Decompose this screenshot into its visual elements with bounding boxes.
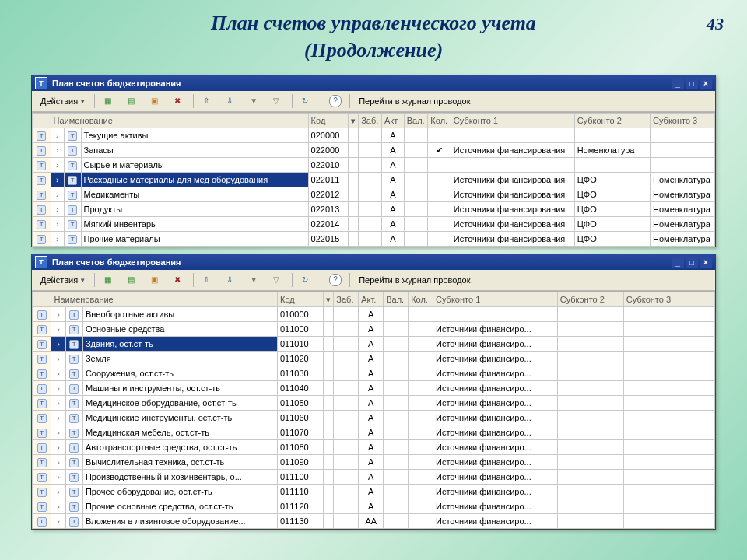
edit-icon[interactable]: ▣ — [145, 271, 167, 289]
table-row[interactable]: T›TМягкий инвентарь022014АИсточники фина… — [33, 217, 715, 232]
col-sub3[interactable]: Субконто 3 — [623, 292, 714, 307]
add-copy-icon[interactable]: ▤ — [121, 271, 143, 289]
minimize-button[interactable]: _ — [672, 257, 684, 268]
refresh-icon[interactable]: ↻ — [296, 271, 317, 289]
filter-icon[interactable]: ▼ — [244, 271, 265, 289]
titlebar[interactable]: T План счетов бюджетирования _ □ × — [32, 254, 715, 270]
expand-arrow-icon[interactable]: › — [51, 470, 65, 485]
titlebar[interactable]: T План счетов бюджетирования _ □ × — [32, 75, 715, 91]
tree-down-icon[interactable]: ⇩ — [220, 93, 242, 110]
col-val[interactable]: Вал. — [404, 114, 428, 128]
edit-icon[interactable]: ▣ — [145, 93, 167, 110]
table-row[interactable]: T›TВнеоборотные активы010000А — [33, 307, 715, 322]
expand-arrow-icon[interactable]: › — [51, 381, 65, 396]
help-button[interactable]: ? — [324, 93, 346, 110]
help-button[interactable]: ? — [324, 271, 346, 289]
expand-arrow-icon[interactable]: › — [51, 366, 65, 381]
table-row[interactable]: T›TМедицинская мебель, ост.ст-ть011070АИ… — [33, 425, 715, 440]
add-copy-icon[interactable]: ▤ — [121, 93, 143, 110]
expand-arrow-icon[interactable]: › — [51, 396, 65, 411]
table-row[interactable]: T›TПрочие основные средства, ост.ст-ть01… — [33, 499, 715, 514]
expand-arrow-icon[interactable]: › — [51, 187, 64, 202]
actions-menu[interactable]: Действия▼ — [35, 271, 91, 289]
actions-menu[interactable]: Действия▼ — [35, 93, 91, 110]
col-name[interactable]: Наименование — [51, 114, 308, 128]
clear-filter-icon[interactable]: ▽ — [267, 93, 289, 110]
expand-arrow-icon[interactable]: › — [51, 337, 65, 352]
tree-down-icon[interactable]: ⇩ — [220, 271, 242, 289]
col-name[interactable]: Наименование — [51, 292, 278, 307]
col-blank[interactable] — [33, 292, 51, 307]
col-sub1[interactable]: Субконто 1 — [451, 114, 574, 128]
expand-arrow-icon[interactable]: › — [51, 307, 65, 322]
table-row[interactable]: T›TТекущие активы020000А — [33, 128, 715, 143]
table-row[interactable]: T›TОсновные средства011000АИсточники фин… — [33, 322, 715, 337]
delete-icon[interactable]: ✖ — [168, 271, 190, 289]
close-button[interactable]: × — [700, 257, 712, 268]
add-icon[interactable]: ▦ — [98, 93, 120, 110]
col-val[interactable]: Вал. — [384, 292, 409, 307]
expand-arrow-icon[interactable]: › — [51, 173, 64, 187]
table-row[interactable]: T›TМедикаменты022012АИсточники финансиро… — [33, 187, 715, 202]
col-sub2[interactable]: Субконто 2 — [557, 292, 623, 307]
maximize-button[interactable]: □ — [686, 78, 698, 89]
col-kol[interactable]: Кол. — [428, 114, 451, 128]
col-kol[interactable]: Кол. — [409, 292, 433, 307]
clear-filter-icon[interactable]: ▽ — [267, 271, 289, 289]
table-row[interactable]: T›TМедицинское оборудование, ост.ст-ть01… — [33, 396, 715, 411]
close-button[interactable]: × — [700, 78, 712, 89]
expand-arrow-icon[interactable]: › — [51, 425, 65, 440]
expand-arrow-icon[interactable]: › — [51, 352, 65, 366]
add-icon[interactable]: ▦ — [98, 271, 120, 289]
tree-up-icon[interactable]: ⇧ — [197, 271, 219, 289]
expand-arrow-icon[interactable]: › — [51, 440, 65, 455]
table-row[interactable]: T›TПрочее оборудование, ост.ст-ть011110А… — [33, 485, 715, 499]
tree-up-icon[interactable]: ⇧ — [197, 93, 219, 110]
expand-arrow-icon[interactable]: › — [51, 411, 65, 425]
expand-arrow-icon[interactable]: › — [51, 485, 65, 499]
table-row[interactable]: T›TЗапасы022000А✔Источники финансировани… — [33, 143, 715, 158]
table-row[interactable]: T›TСооружения, ост.ст-ть011030АИсточники… — [33, 366, 715, 381]
col-sub3[interactable]: Субконто 3 — [651, 114, 715, 128]
table-row[interactable]: T›TАвтотранспортные средства, ост.ст-ть0… — [33, 440, 715, 455]
col-akt[interactable]: Акт. — [381, 114, 404, 128]
journal-link[interactable]: Перейти в журнал проводок — [353, 271, 475, 289]
col-blank[interactable] — [33, 114, 51, 128]
delete-icon[interactable]: ✖ — [168, 93, 190, 110]
expand-arrow-icon[interactable]: › — [51, 217, 64, 232]
refresh-icon[interactable]: ↻ — [296, 93, 317, 110]
col-sub2[interactable]: Субконто 2 — [574, 114, 650, 128]
table-row[interactable]: T›TМашины и инструменты, ост.ст-ть011040… — [33, 381, 715, 396]
minimize-button[interactable]: _ — [672, 78, 684, 89]
table-row[interactable]: T›TПродукты022013АИсточники финансирован… — [33, 202, 715, 217]
table-row[interactable]: T›TВложения в лизинговое оборудование...… — [33, 514, 715, 529]
col-sort[interactable]: ▾ — [323, 292, 334, 307]
table-row[interactable]: T›TРасходные материалы для мед оборудова… — [33, 173, 715, 187]
expand-arrow-icon[interactable]: › — [51, 322, 65, 337]
table-row[interactable]: T›TМедицинские инструменты, ост.ст-ть011… — [33, 411, 715, 425]
col-code[interactable]: Код — [308, 114, 348, 128]
col-sort[interactable]: ▾ — [348, 114, 358, 128]
table-row[interactable]: T›TПрочие материалы022015АИсточники фина… — [33, 232, 715, 247]
journal-link[interactable]: Перейти в журнал проводок — [353, 93, 475, 110]
table-row[interactable]: T›TЗдания, ост.ст-ть011010АИсточники фин… — [33, 337, 715, 352]
expand-arrow-icon[interactable]: › — [51, 128, 64, 143]
expand-arrow-icon[interactable]: › — [51, 514, 65, 529]
expand-arrow-icon[interactable]: › — [51, 143, 64, 158]
table-row[interactable]: T›TСырье и материалы022010А — [33, 158, 715, 173]
table-row[interactable]: T›TВычислительная техника, ост.ст-ть0110… — [33, 455, 715, 470]
col-zab[interactable]: Заб. — [334, 292, 359, 307]
expand-arrow-icon[interactable]: › — [51, 455, 65, 470]
expand-arrow-icon[interactable]: › — [51, 232, 64, 247]
col-akt[interactable]: Акт. — [359, 292, 384, 307]
col-zab[interactable]: Заб. — [359, 114, 382, 128]
expand-arrow-icon[interactable]: › — [51, 158, 64, 173]
filter-icon[interactable]: ▼ — [244, 93, 265, 110]
accounts-grid-2[interactable]: НаименованиеКод▾Заб.Акт.Вал.Кол.Субконто… — [32, 291, 715, 529]
expand-arrow-icon[interactable]: › — [51, 202, 64, 217]
col-sub1[interactable]: Субконто 1 — [433, 292, 558, 307]
expand-arrow-icon[interactable]: › — [51, 499, 65, 514]
col-code[interactable]: Код — [278, 292, 324, 307]
table-row[interactable]: T›TЗемля011020АИсточники финансиро... — [33, 352, 715, 366]
maximize-button[interactable]: □ — [686, 257, 698, 268]
